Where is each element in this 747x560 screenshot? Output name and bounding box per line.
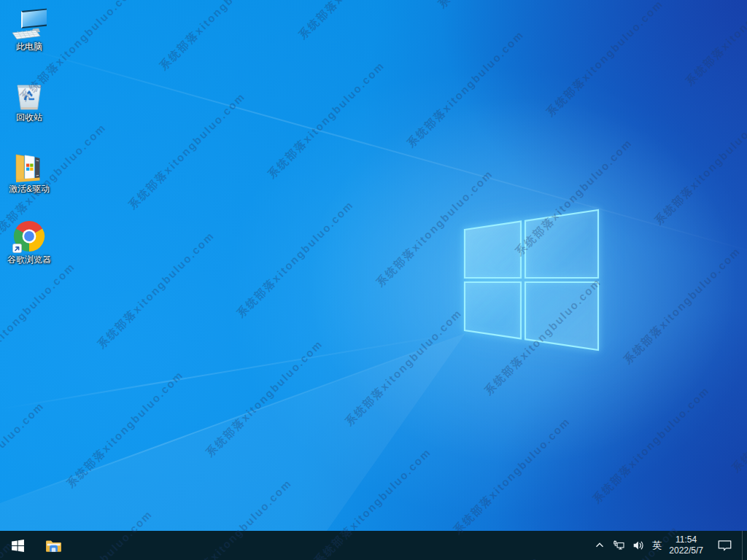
language-label: 英 bbox=[652, 539, 662, 552]
this-pc-icon bbox=[12, 6, 47, 41]
clock-date: 2022/5/7 bbox=[669, 545, 703, 556]
light-beam bbox=[0, 41, 747, 258]
desktop-icon-label: 激活&驱动 bbox=[9, 184, 50, 194]
windows-start-icon bbox=[11, 539, 25, 553]
ethernet-network-icon bbox=[613, 540, 625, 551]
windows-logo bbox=[0, 0, 747, 560]
tray-chevron-button[interactable] bbox=[590, 531, 609, 560]
action-center-button[interactable] bbox=[707, 531, 742, 560]
file-explorer-icon bbox=[44, 537, 63, 555]
google-chrome-icon bbox=[12, 219, 47, 254]
desktop-icon-activation-drivers[interactable]: 激活&驱动 bbox=[1, 148, 58, 194]
taskbar: 英 11:54 2022/5/7 bbox=[0, 531, 747, 560]
start-button[interactable] bbox=[0, 531, 35, 560]
network-button[interactable] bbox=[609, 531, 629, 560]
language-indicator[interactable]: 英 bbox=[649, 531, 665, 560]
desktop-icon-recycle-bin[interactable]: 回收站 bbox=[1, 77, 58, 122]
volume-button[interactable] bbox=[629, 531, 649, 560]
clock-time: 11:54 bbox=[676, 534, 697, 545]
action-center-icon bbox=[718, 540, 732, 552]
desktop-icon-google-chrome[interactable]: 谷歌浏览器 bbox=[1, 219, 58, 265]
light-beam bbox=[0, 332, 465, 410]
speaker-volume-icon bbox=[632, 540, 645, 551]
desktop-icon-label: 此电脑 bbox=[16, 42, 42, 52]
show-desktop-button[interactable] bbox=[742, 531, 747, 560]
file-explorer-button[interactable] bbox=[35, 531, 71, 560]
light-beam bbox=[0, 332, 466, 505]
desktop-icon-this-pc[interactable]: 此电脑 bbox=[1, 6, 58, 52]
taskbar-clock[interactable]: 11:54 2022/5/7 bbox=[665, 531, 707, 560]
activation-drivers-folder-icon bbox=[12, 148, 47, 183]
chevron-up-icon bbox=[594, 540, 605, 551]
desktop-icon-label: 谷歌浏览器 bbox=[7, 254, 51, 265]
system-tray: 英 11:54 2022/5/7 bbox=[590, 531, 747, 560]
desktop-icon-label: 回收站 bbox=[16, 112, 42, 122]
wallpaper bbox=[0, 0, 747, 560]
recycle-bin-icon bbox=[12, 77, 47, 112]
light-cone bbox=[0, 0, 747, 560]
desktop: 此电脑 回收站 bbox=[0, 0, 747, 560]
